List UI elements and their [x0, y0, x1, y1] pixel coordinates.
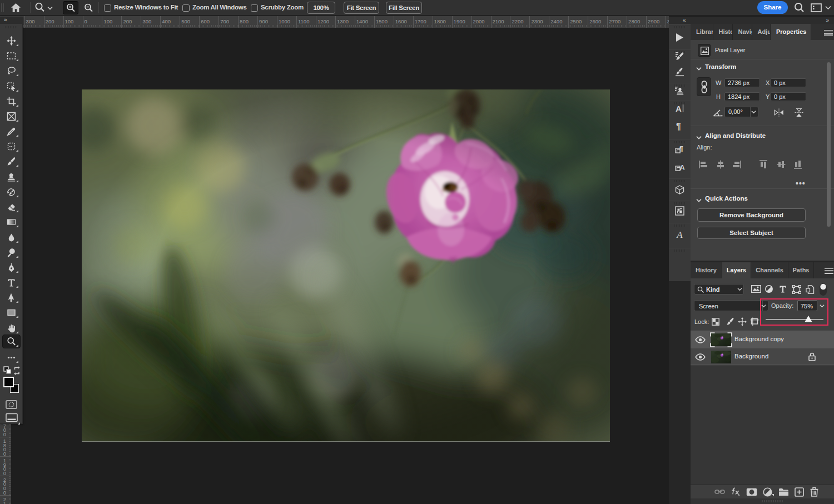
svg-text:A: A	[676, 230, 683, 240]
svg-text:A: A	[676, 104, 682, 113]
svg-text:A: A	[680, 163, 685, 172]
svg-text:¶: ¶	[679, 145, 683, 153]
svg-text:¶: ¶	[676, 122, 681, 131]
